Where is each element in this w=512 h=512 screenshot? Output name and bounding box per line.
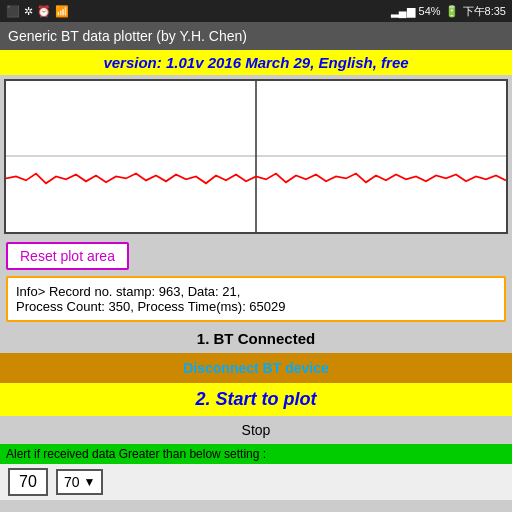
- bt-connected-label: 1. BT Connected: [0, 324, 512, 353]
- disconnect-bt-button[interactable]: Disconnect BT device: [0, 353, 512, 383]
- alert-value-display: 70: [8, 468, 48, 496]
- wifi-icon: 📶: [55, 5, 69, 18]
- version-text: version: 1.01v 2016 March 29, English, f…: [103, 54, 408, 71]
- info-box: Info> Record no. stamp: 963, Data: 21, P…: [6, 276, 506, 322]
- info-line1: Info> Record no. stamp: 963, Data: 21,: [16, 284, 496, 299]
- alert-settings-row: 70 70 ▼: [0, 464, 512, 500]
- status-right: ▂▄▆ 54% 🔋 下午8:35: [391, 4, 506, 19]
- battery-percent: 54%: [419, 5, 441, 17]
- alert-bar: Alert if received data Greater than belo…: [0, 444, 512, 464]
- version-banner: version: 1.01v 2016 March 29, English, f…: [0, 50, 512, 75]
- status-bar: ⬛ ✲ ⏰ 📶 ▂▄▆ 54% 🔋 下午8:35: [0, 0, 512, 22]
- alert-dropdown[interactable]: 70 ▼: [56, 469, 103, 495]
- signal-bars: ▂▄▆: [391, 5, 415, 18]
- plot-svg: [6, 81, 506, 232]
- info-line2: Process Count: 350, Process Time(ms): 65…: [16, 299, 496, 314]
- app-title: Generic BT data plotter (by Y.H. Chen): [8, 28, 247, 44]
- time-display: 下午8:35: [463, 4, 506, 19]
- title-bar: Generic BT data plotter (by Y.H. Chen): [0, 22, 512, 50]
- reset-button-row: Reset plot area: [0, 238, 512, 274]
- stop-button[interactable]: Stop: [0, 416, 512, 444]
- start-plot-button[interactable]: 2. Start to plot: [0, 383, 512, 416]
- window-icon: ⬛: [6, 5, 20, 18]
- dropdown-arrow-icon: ▼: [84, 475, 96, 489]
- status-left: ⬛ ✲ ⏰ 📶: [6, 5, 69, 18]
- plot-area: [4, 79, 508, 234]
- battery-icon: 🔋: [445, 5, 459, 18]
- dropdown-value: 70: [64, 474, 80, 490]
- bluetooth-icon: ✲: [24, 5, 33, 18]
- alarm-icon: ⏰: [37, 5, 51, 18]
- reset-plot-button[interactable]: Reset plot area: [6, 242, 129, 270]
